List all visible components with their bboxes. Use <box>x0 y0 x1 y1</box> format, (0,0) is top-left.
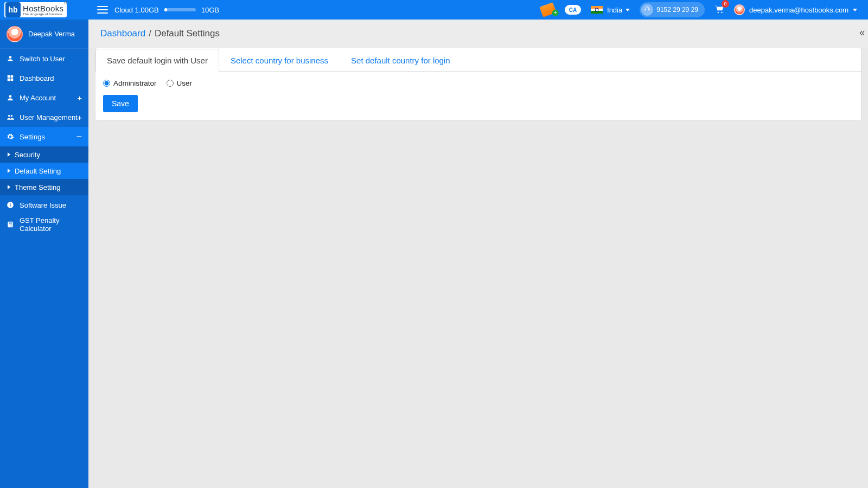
sidebar-item-label: Default Setting <box>15 167 61 175</box>
tabs: Save default login with User Select coun… <box>95 48 861 72</box>
tab-default-login[interactable]: Save default login with User <box>95 49 219 72</box>
svg-rect-3 <box>11 75 14 78</box>
user-icon <box>7 55 14 62</box>
save-button[interactable]: Save <box>103 95 138 112</box>
sidebar-item-dashboard[interactable]: Dashboard <box>0 68 88 88</box>
sidebar-item-settings[interactable]: Settings − <box>0 127 88 146</box>
sidebar-user[interactable]: Deepak Verma <box>0 20 88 49</box>
sidebar-item-gst-calculator[interactable]: GST Penalty Calculator <box>0 215 88 234</box>
settings-card: Save default login with User Select coun… <box>95 48 861 120</box>
sidebar-item-label: Theme Setting <box>15 183 61 191</box>
country-label: India <box>607 6 622 14</box>
cart-count-badge: 0 <box>722 0 729 8</box>
chevron-right-icon <box>8 152 10 157</box>
flag-india-icon <box>591 6 603 14</box>
radio-user-label[interactable]: User <box>177 79 193 87</box>
radio-user[interactable] <box>167 80 174 87</box>
calculator-icon <box>7 221 14 228</box>
cloud-usage: Cloud 1.00GB 10GB <box>114 6 219 14</box>
country-selector[interactable]: India <box>591 6 630 14</box>
breadcrumb-separator: / <box>149 28 151 39</box>
gear-icon <box>7 133 14 140</box>
panel-collapse-button[interactable] <box>857 28 867 38</box>
breadcrumb: Dashboard / Default Settings <box>88 20 868 48</box>
expand-icon: + <box>77 113 82 121</box>
svg-point-6 <box>9 95 12 98</box>
topbar: hb HostBooks The language of business Cl… <box>0 0 868 20</box>
svg-rect-2 <box>8 75 10 78</box>
chevron-down-icon <box>853 9 857 11</box>
svg-rect-10 <box>10 204 10 207</box>
sidebar-item-switch-user[interactable]: Switch to User <box>0 49 88 68</box>
svg-rect-13 <box>9 223 12 224</box>
dashboard-icon <box>7 74 14 82</box>
sidebar-sub-security[interactable]: Security <box>0 146 88 163</box>
svg-point-1 <box>721 11 722 12</box>
sidebar-sub-theme-setting[interactable]: Theme Setting <box>0 179 88 195</box>
expand-icon: + <box>77 94 82 102</box>
sidebar-item-label: My Account <box>20 94 56 102</box>
collapse-icon: − <box>76 132 82 142</box>
sidebar-user-name: Deepak Verma <box>28 30 75 38</box>
content-area: Save default login with User Select coun… <box>88 48 868 488</box>
svg-point-8 <box>11 115 12 117</box>
sidebar-item-label: Settings <box>20 133 45 141</box>
avatar-icon <box>7 26 23 42</box>
info-icon <box>7 201 14 209</box>
account-icon <box>7 94 14 101</box>
radio-administrator-label[interactable]: Administrator <box>113 79 157 87</box>
radio-administrator[interactable] <box>103 80 110 87</box>
svg-point-16 <box>11 224 12 225</box>
settings-submenu: Security Default Setting Theme Setting <box>0 146 88 195</box>
support-icon <box>641 4 653 16</box>
user-menu[interactable]: deepak.verma@hostbooks.com <box>734 4 857 15</box>
ca-badge[interactable]: CA <box>565 5 581 15</box>
cart-button[interactable]: 0 <box>714 5 724 15</box>
menu-toggle-icon[interactable] <box>97 6 108 14</box>
sidebar-item-label: Dashboard <box>20 74 54 82</box>
cloud-usage-bar <box>164 8 196 11</box>
tab-country-business[interactable]: Select country for business <box>219 49 340 72</box>
users-icon <box>7 113 14 121</box>
svg-point-17 <box>9 226 9 226</box>
svg-rect-4 <box>8 79 10 81</box>
sidebar-item-my-account[interactable]: My Account + <box>0 88 88 107</box>
chevron-right-icon <box>8 169 10 173</box>
cloud-label: Cloud 1.00GB <box>114 6 159 14</box>
support-number: 9152 29 29 29 <box>656 6 698 14</box>
svg-point-18 <box>10 226 10 226</box>
sidebar-item-label: GST Penalty Calculator <box>20 216 82 233</box>
avatar-icon <box>734 4 745 15</box>
sidebar-item-label: Switch to User <box>20 55 65 63</box>
svg-point-14 <box>9 224 9 225</box>
logo-mark: hb <box>5 2 21 17</box>
user-email: deepak.verma@hostbooks.com <box>749 6 848 14</box>
svg-rect-11 <box>10 203 10 204</box>
brand-logo[interactable]: hb HostBooks The language of business <box>0 0 88 20</box>
chevron-down-icon <box>626 9 630 11</box>
breadcrumb-root-link[interactable]: Dashboard <box>100 28 145 39</box>
login-type-radios: Administrator User <box>103 79 853 87</box>
sidebar-item-user-management[interactable]: User Management + <box>0 107 88 127</box>
cloud-total: 10GB <box>201 6 219 14</box>
support-phone[interactable]: 9152 29 29 29 <box>640 2 705 17</box>
svg-point-0 <box>718 11 719 12</box>
sidebar-item-software-issue[interactable]: Software Issue <box>0 195 88 215</box>
ticket-icon[interactable]: + <box>539 2 556 17</box>
breadcrumb-current: Default Settings <box>155 28 220 39</box>
sidebar-item-label: User Management <box>20 113 78 121</box>
tab-default-country-login[interactable]: Set default country for login <box>340 49 462 72</box>
sidebar: Deepak Verma Switch to User Dashboard My… <box>0 20 88 488</box>
main: Dashboard / Default Settings Save defaul… <box>88 20 868 488</box>
svg-point-19 <box>11 226 12 226</box>
logo-text: HostBooks The language of business <box>23 4 63 16</box>
sidebar-sub-default-setting[interactable]: Default Setting <box>0 163 88 179</box>
chevron-double-left-icon <box>858 29 866 37</box>
sidebar-item-label: Security <box>15 151 40 159</box>
svg-point-15 <box>10 224 10 225</box>
sidebar-item-label: Software Issue <box>20 201 66 209</box>
svg-rect-5 <box>11 79 14 81</box>
svg-point-7 <box>8 115 10 117</box>
chevron-right-icon <box>8 185 10 189</box>
